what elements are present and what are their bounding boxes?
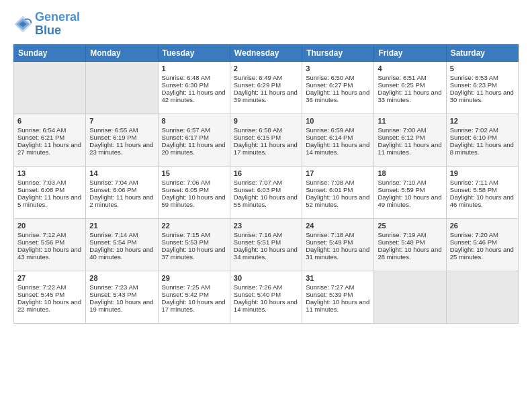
sunrise-text: Sunrise: 7:16 AM [234,231,298,238]
sunset-text: Sunset: 5:59 PM [378,186,442,193]
sunrise-text: Sunrise: 6:50 AM [306,74,370,81]
daylight-text: Daylight: 11 hours and 23 minutes. [89,141,154,156]
day-number: 30 [234,274,298,282]
daylight-text: Daylight: 10 hours and 11 minutes. [306,298,370,313]
day-cell: 3Sunrise: 6:50 AMSunset: 6:27 PMDaylight… [302,61,374,113]
sunset-text: Sunset: 6:08 PM [17,186,82,193]
day-cell: 6Sunrise: 6:54 AMSunset: 6:21 PMDaylight… [14,113,86,166]
day-number: 24 [306,222,370,230]
sunrise-text: Sunrise: 7:07 AM [234,179,298,186]
daylight-text: Daylight: 11 hours and 11 minutes. [378,141,442,156]
day-header: Tuesday [158,44,230,61]
day-number: 4 [378,64,442,73]
sunrise-text: Sunrise: 7:04 AM [89,179,154,186]
sunset-text: Sunset: 5:53 PM [162,238,226,246]
sunset-text: Sunset: 5:40 PM [234,291,298,298]
day-cell [14,61,86,113]
daylight-text: Daylight: 10 hours and 52 minutes. [306,193,370,208]
week-row: 13Sunrise: 7:03 AMSunset: 6:08 PMDayligh… [14,166,519,218]
day-number: 16 [234,169,298,177]
sunset-text: Sunset: 6:17 PM [162,134,226,141]
day-cell: 14Sunrise: 7:04 AMSunset: 6:06 PMDayligh… [86,166,158,218]
day-cell: 18Sunrise: 7:10 AMSunset: 5:59 PMDayligh… [374,166,446,218]
daylight-text: Daylight: 11 hours and 5 minutes. [17,193,82,208]
sunrise-text: Sunrise: 7:14 AM [89,231,154,238]
day-cell [446,271,518,323]
sunrise-text: Sunrise: 7:03 AM [17,179,82,186]
day-number: 5 [450,64,515,73]
sunset-text: Sunset: 5:54 PM [89,238,154,246]
daylight-text: Daylight: 11 hours and 39 minutes. [234,89,298,103]
daylight-text: Daylight: 10 hours and 49 minutes. [378,193,442,208]
day-cell: 24Sunrise: 7:18 AMSunset: 5:49 PMDayligh… [302,218,374,271]
sunrise-text: Sunrise: 6:48 AM [162,74,226,81]
day-cell: 16Sunrise: 7:07 AMSunset: 6:03 PMDayligh… [230,166,302,218]
sunset-text: Sunset: 5:42 PM [162,291,226,298]
sunrise-text: Sunrise: 7:02 AM [450,126,515,134]
sunrise-text: Sunrise: 7:12 AM [17,231,82,238]
sunrise-text: Sunrise: 7:25 AM [162,283,226,291]
day-cell: 17Sunrise: 7:08 AMSunset: 6:01 PMDayligh… [302,166,374,218]
day-number: 9 [234,117,298,125]
day-cell: 13Sunrise: 7:03 AMSunset: 6:08 PMDayligh… [14,166,86,218]
day-header: Sunday [14,44,86,61]
day-cell: 10Sunrise: 6:59 AMSunset: 6:14 PMDayligh… [302,113,374,166]
sunset-text: Sunset: 5:39 PM [306,291,370,298]
day-number: 13 [17,169,82,177]
sunrise-text: Sunrise: 6:53 AM [450,74,515,81]
daylight-text: Daylight: 11 hours and 33 minutes. [378,89,442,103]
day-cell: 2Sunrise: 6:49 AMSunset: 6:29 PMDaylight… [230,61,302,113]
day-cell: 8Sunrise: 6:57 AMSunset: 6:17 PMDaylight… [158,113,230,166]
day-number: 15 [162,169,226,177]
day-cell: 12Sunrise: 7:02 AMSunset: 6:10 PMDayligh… [446,113,518,166]
day-number: 23 [234,222,298,230]
day-number: 10 [306,117,370,125]
daylight-text: Daylight: 10 hours and 59 minutes. [162,193,226,208]
sunset-text: Sunset: 6:19 PM [89,134,154,141]
daylight-text: Daylight: 10 hours and 43 minutes. [17,246,82,261]
day-number: 11 [378,117,442,125]
day-number: 22 [162,222,226,230]
day-header: Friday [374,44,446,61]
sunrise-text: Sunrise: 6:58 AM [234,126,298,134]
sunrise-text: Sunrise: 7:22 AM [17,283,82,291]
day-number: 1 [162,64,226,73]
day-number: 17 [306,169,370,177]
day-number: 2 [234,64,298,73]
daylight-text: Daylight: 10 hours and 25 minutes. [450,246,515,261]
day-number: 19 [450,169,515,177]
sunrise-text: Sunrise: 6:57 AM [162,126,226,134]
sunrise-text: Sunrise: 7:19 AM [378,231,442,238]
day-cell: 11Sunrise: 7:00 AMSunset: 6:12 PMDayligh… [374,113,446,166]
sunset-text: Sunset: 6:29 PM [234,81,298,89]
week-row: 1Sunrise: 6:48 AMSunset: 6:30 PMDaylight… [14,61,519,113]
sunrise-text: Sunrise: 6:49 AM [234,74,298,81]
sunset-text: Sunset: 6:12 PM [378,134,442,141]
week-row: 20Sunrise: 7:12 AMSunset: 5:56 PMDayligh… [14,218,519,271]
daylight-text: Daylight: 11 hours and 30 minutes. [450,89,515,103]
day-cell: 20Sunrise: 7:12 AMSunset: 5:56 PMDayligh… [14,218,86,271]
daylight-text: Daylight: 10 hours and 55 minutes. [234,193,298,208]
sunset-text: Sunset: 6:05 PM [162,186,226,193]
sunset-text: Sunset: 5:51 PM [234,238,298,246]
daylight-text: Daylight: 10 hours and 37 minutes. [162,246,226,261]
day-header: Monday [86,44,158,61]
sunrise-text: Sunrise: 7:23 AM [89,283,154,291]
sunrise-text: Sunrise: 7:11 AM [450,179,515,186]
header-row: SundayMondayTuesdayWednesdayThursdayFrid… [14,44,519,61]
day-cell: 15Sunrise: 7:06 AMSunset: 6:05 PMDayligh… [158,166,230,218]
day-cell: 23Sunrise: 7:16 AMSunset: 5:51 PMDayligh… [230,218,302,271]
daylight-text: Daylight: 11 hours and 2 minutes. [89,193,154,208]
sunrise-text: Sunrise: 7:26 AM [234,283,298,291]
logo-icon [13,15,32,34]
sunset-text: Sunset: 6:15 PM [234,134,298,141]
day-cell: 21Sunrise: 7:14 AMSunset: 5:54 PMDayligh… [86,218,158,271]
daylight-text: Daylight: 11 hours and 36 minutes. [306,89,370,103]
sunset-text: Sunset: 6:23 PM [450,81,515,89]
day-cell: 9Sunrise: 6:58 AMSunset: 6:15 PMDaylight… [230,113,302,166]
week-row: 6Sunrise: 6:54 AMSunset: 6:21 PMDaylight… [14,113,519,166]
sunset-text: Sunset: 5:48 PM [378,238,442,246]
sunrise-text: Sunrise: 7:10 AM [378,179,442,186]
day-cell [86,61,158,113]
sunset-text: Sunset: 6:06 PM [89,186,154,193]
